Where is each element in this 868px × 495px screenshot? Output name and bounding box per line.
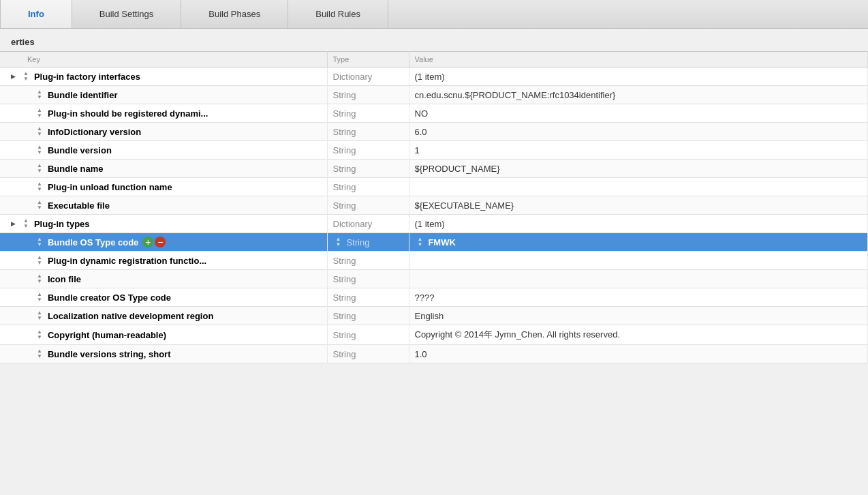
type-cell-13: String [327,288,409,307]
value-cell-13: ???? [409,288,868,307]
table-row[interactable]: ▲▼Bundle versions string, shortString1.0 [0,345,868,363]
table-header: Key Type Value [0,52,868,68]
key-cell-2: ▲▼Bundle identifier [0,86,327,104]
key-label: Bundle identifier [48,90,118,100]
value-sort-arrows[interactable]: ▲▼ [418,237,423,247]
value-cell-12 [409,270,868,288]
type-cell-5: String [327,141,409,160]
disclosure-triangle[interactable]: ▶ [8,219,18,228]
table-row[interactable]: ▶▲▼Plug-in typesDictionary(1 item) [0,215,868,233]
value-cell-4: 6.0 [409,123,868,141]
type-cell-14: String [327,307,409,325]
sort-arrows[interactable]: ▲▼ [37,126,42,137]
col-header-type: Type [327,52,409,68]
type-cell-12: String [327,270,409,288]
key-label: Bundle versions string, short [48,349,171,359]
table-row[interactable]: ▲▼Bundle creator OS Type codeString???? [0,288,868,307]
col-header-value: Value [409,52,868,68]
value-cell-7 [409,178,868,196]
sort-arrows[interactable]: ▲▼ [23,71,29,82]
key-cell-15: ▲▼Copyright (human-readable) [0,325,327,345]
key-cell-4: ▲▼InfoDictionary version [0,123,327,141]
value-cell-6: ${PRODUCT_NAME} [409,160,868,178]
type-cell-16: String [327,345,409,363]
sort-arrows[interactable]: ▲▼ [37,292,42,303]
type-cell-1: Dictionary [327,68,409,86]
remove-row-button[interactable]: − [155,237,166,247]
value-cell-16: 1.0 [409,345,868,363]
key-cell-11: ▲▼Plug-in dynamic registration functio..… [0,252,327,270]
key-cell-14: ▲▼Localization native development region [0,307,327,325]
section-title: erties [11,37,35,47]
table-row[interactable]: ▲▼Bundle nameString${PRODUCT_NAME} [0,160,868,178]
type-cell-9: Dictionary [327,215,409,233]
value-cell-11 [409,252,868,270]
sort-arrows[interactable]: ▲▼ [37,310,42,321]
key-label: Plug-in should be registered dynami... [48,108,208,119]
sort-arrows[interactable]: ▲▼ [37,163,42,174]
tab-bar: InfoBuild SettingsBuild PhasesBuild Rule… [0,0,868,29]
key-label: Bundle creator OS Type code [48,292,171,303]
sort-arrows[interactable]: ▲▼ [37,255,42,266]
value-text: FMWK [428,237,455,247]
key-label: Plug-in unload function name [48,182,172,192]
value-cell-10: ▲▼FMWK [409,233,868,252]
value-cell-2: cn.edu.scnu.${PRODUCT_NAME:rfc1034identi… [409,86,868,104]
sort-arrows[interactable]: ▲▼ [23,218,29,229]
key-label: Copyright (human-readable) [48,330,166,340]
sort-arrows[interactable]: ▲▼ [37,329,42,340]
type-cell-10: ▲▼String [327,233,409,252]
type-sort-arrows[interactable]: ▲▼ [336,237,341,247]
table-body: ▶▲▼Plug-in factory interfacesDictionary(… [0,68,868,363]
sort-arrows[interactable]: ▲▼ [37,348,42,359]
table-row[interactable]: ▲▼InfoDictionary versionString6.0 [0,123,868,141]
key-label: Bundle OS Type code [48,237,138,247]
tab-info[interactable]: Info [0,0,72,28]
sort-arrows[interactable]: ▲▼ [37,181,42,192]
type-cell-8: String [327,196,409,215]
type-cell-3: String [327,104,409,123]
tab-build-settings[interactable]: Build Settings [72,0,182,28]
table-row[interactable]: ▲▼Icon fileString [0,270,868,288]
tab-build-rules[interactable]: Build Rules [288,0,388,28]
tab-build-phases[interactable]: Build Phases [181,0,288,28]
table-row[interactable]: ▲▼Copyright (human-readable)StringCopyri… [0,325,868,345]
table-row[interactable]: ▲▼Bundle identifierStringcn.edu.scnu.${P… [0,86,868,104]
table-row[interactable]: ▲▼Bundle OS Type code+−▲▼String▲▼FMWK [0,233,868,252]
key-label: Plug-in types [34,219,90,229]
sort-arrows[interactable]: ▲▼ [37,200,42,211]
table-row[interactable]: ▲▼Plug-in should be registered dynami...… [0,104,868,123]
key-label: Icon file [48,274,81,284]
table-row[interactable]: ▲▼Localization native development region… [0,307,868,325]
type-cell-11: String [327,252,409,270]
key-cell-3: ▲▼Plug-in should be registered dynami... [0,104,327,123]
sort-arrows[interactable]: ▲▼ [37,108,42,119]
add-remove-buttons: +− [142,237,166,247]
sort-arrows[interactable]: ▲▼ [37,145,42,155]
sort-arrows[interactable]: ▲▼ [37,273,42,284]
key-cell-16: ▲▼Bundle versions string, short [0,345,327,363]
value-cell-15: Copyright © 2014年 Jymn_Chen. All rights … [409,325,868,345]
type-cell-2: String [327,86,409,104]
key-cell-7: ▲▼Plug-in unload function name [0,178,327,196]
table-row[interactable]: ▶▲▼Plug-in factory interfacesDictionary(… [0,68,868,86]
type-cell-7: String [327,178,409,196]
type-cell-4: String [327,123,409,141]
add-row-button[interactable]: + [142,237,153,247]
key-label: Localization native development region [48,311,213,321]
table-row[interactable]: ▲▼Executable fileString${EXECUTABLE_NAME… [0,196,868,215]
key-cell-10: ▲▼Bundle OS Type code+− [0,233,327,252]
key-cell-8: ▲▼Executable file [0,196,327,215]
value-cell-9: (1 item) [409,215,868,233]
sort-arrows[interactable]: ▲▼ [37,237,42,247]
value-cell-5: 1 [409,141,868,160]
table-row[interactable]: ▲▼Plug-in dynamic registration functio..… [0,252,868,270]
key-label: Executable file [48,200,110,211]
table-row[interactable]: ▲▼Bundle versionString1 [0,141,868,160]
key-label: Plug-in factory interfaces [34,72,140,82]
table-row[interactable]: ▲▼Plug-in unload function nameString [0,178,868,196]
sort-arrows[interactable]: ▲▼ [37,89,42,100]
key-cell-9: ▶▲▼Plug-in types [0,215,327,233]
disclosure-triangle[interactable]: ▶ [8,72,18,81]
type-cell-15: String [327,325,409,345]
